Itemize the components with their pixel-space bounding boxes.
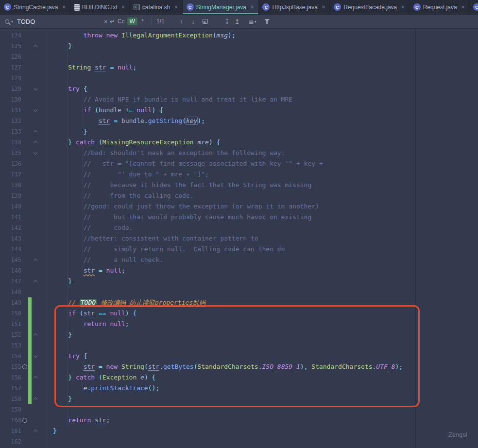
tab-close-icon[interactable]: ✕ — [62, 4, 66, 10]
code-line[interactable]: 124 throw new IllegalArgumentException(m… — [0, 30, 478, 41]
tab-HttpJspBase.java[interactable]: CHttpJspBase.java✕ — [258, 0, 330, 14]
code-line[interactable]: 157 e.printStackTrace(); — [0, 383, 478, 394]
line-number[interactable]: 140 — [0, 201, 21, 212]
line-number[interactable]: 133 — [0, 126, 21, 137]
fold-up-icon[interactable] — [32, 376, 39, 379]
line-number[interactable]: 150 — [0, 308, 21, 319]
code-line[interactable]: 132 str = bundle.getString(key); — [0, 116, 478, 126]
tab-close-icon[interactable]: ✕ — [401, 4, 405, 10]
open-in-find-window-icon[interactable] — [203, 19, 208, 24]
code-line[interactable]: 156 } catch (Exception e) { — [0, 372, 478, 383]
code-line[interactable]: 147 } — [0, 276, 478, 287]
fold-down-icon[interactable] — [32, 354, 39, 358]
fold-up-icon[interactable] — [32, 397, 39, 401]
search-field[interactable]: ▾ TODO ✕ — [4, 18, 110, 25]
line-number[interactable]: 137 — [0, 169, 21, 180]
line-number[interactable]: 146 — [0, 265, 21, 276]
line-number[interactable]: 154 — [0, 351, 21, 362]
fold-down-icon[interactable] — [32, 151, 39, 155]
code-line[interactable]: 158 } — [0, 394, 478, 404]
code-line[interactable]: 135 //bad: shouldn't mask an exception t… — [0, 148, 478, 158]
code-line[interactable]: 154 try { — [0, 351, 478, 362]
add-occurrence-icon[interactable]: ↧ — [224, 18, 230, 25]
code-line[interactable]: 136 // str = "[cannot find message assoc… — [0, 158, 478, 169]
line-number[interactable]: 148 — [0, 287, 21, 297]
code-line[interactable]: 144 // simply return null. Calling code … — [0, 244, 478, 255]
match-case-toggle[interactable]: Cc — [115, 17, 127, 25]
code-line[interactable]: 140 //good: could just throw the excepti… — [0, 201, 478, 212]
tab-close-icon[interactable]: ✕ — [121, 4, 125, 10]
line-number[interactable]: 149 — [0, 297, 21, 308]
line-number[interactable]: 142 — [0, 223, 21, 233]
fold-up-icon[interactable] — [32, 333, 39, 337]
line-number[interactable]: 127 — [0, 62, 21, 73]
code-line[interactable]: 152 } — [0, 329, 478, 340]
code-line[interactable]: 146 str = null; — [0, 265, 478, 276]
fold-down-icon[interactable] — [32, 87, 39, 91]
line-number[interactable]: 134 — [0, 137, 21, 148]
vcs-added-marker[interactable] — [28, 362, 32, 372]
tab-RequestFacade.java[interactable]: CRequestFacade.java✕ — [330, 0, 409, 14]
line-number[interactable]: 162 — [0, 436, 21, 447]
code-line[interactable]: 128 — [0, 73, 478, 84]
search-input[interactable]: TODO — [17, 18, 102, 25]
line-number[interactable]: 158 — [0, 394, 21, 404]
tab-close-icon[interactable]: ✕ — [174, 4, 178, 10]
line-number[interactable]: 126 — [0, 52, 21, 62]
fold-up-icon[interactable] — [32, 140, 39, 144]
fold-up-icon[interactable] — [32, 279, 39, 283]
line-number[interactable]: 129 — [0, 84, 21, 94]
code-line[interactable]: 151 return null; — [0, 319, 478, 329]
prev-match-button[interactable]: ↑ — [180, 18, 183, 25]
tab-Mess[interactable]: CMess✕ — [469, 0, 478, 14]
code-line[interactable]: 161} — [0, 426, 478, 436]
code-line[interactable]: 153 — [0, 340, 478, 351]
vcs-added-marker[interactable] — [28, 351, 32, 362]
line-number[interactable]: 128 — [0, 73, 21, 84]
vcs-added-marker[interactable] — [28, 297, 32, 308]
line-number[interactable]: 161 — [0, 426, 21, 436]
line-number[interactable]: 132 — [0, 116, 21, 126]
tab-close-icon[interactable]: ✕ — [461, 4, 465, 10]
tab-close-icon[interactable]: ✕ — [322, 4, 325, 10]
code-line[interactable]: 130 // Avoid NPE if bundle is null and t… — [0, 94, 478, 105]
line-number[interactable]: 159 — [0, 404, 21, 415]
tab-StringManager.java[interactable]: CStringManager.java✕ — [183, 0, 259, 14]
line-number[interactable]: 139 — [0, 190, 21, 201]
code-line[interactable]: 142 // code. — [0, 223, 478, 233]
regex-toggle[interactable]: .* — [137, 17, 146, 25]
vcs-added-marker[interactable] — [28, 329, 32, 340]
code-line[interactable]: 145 // a null check. — [0, 255, 478, 265]
code-line[interactable]: 127 String str = null; — [0, 62, 478, 73]
fold-up-icon[interactable] — [32, 429, 39, 433]
line-number[interactable]: 153 — [0, 340, 21, 351]
tab-catalina.sh[interactable]: >_catalina.sh✕ — [130, 0, 183, 14]
code-line[interactable]: 159 — [0, 404, 478, 415]
code-line[interactable]: 162 — [0, 436, 478, 447]
tab-close-icon[interactable]: ✕ — [250, 4, 254, 10]
line-number[interactable]: 135 — [0, 148, 21, 158]
code-line[interactable]: 155 str = new String(str.getBytes(Standa… — [0, 362, 478, 372]
tab-StringCache.java[interactable]: CStringCache.java✕ — [0, 0, 70, 14]
tab-BUILDING.txt[interactable]: BUILDING.txt✕ — [70, 0, 130, 14]
tab-Request.java[interactable]: CRequest.java✕ — [410, 0, 469, 14]
code-line[interactable]: 141 // but that would probably cause muc… — [0, 212, 478, 223]
line-number[interactable]: 145 — [0, 255, 21, 265]
line-number[interactable]: 143 — [0, 233, 21, 244]
line-number[interactable]: 156 — [0, 372, 21, 383]
vcs-added-marker[interactable] — [28, 394, 32, 404]
code-line[interactable]: 133 } — [0, 126, 478, 137]
fold-up-icon[interactable] — [32, 258, 39, 262]
vcs-added-marker[interactable] — [28, 383, 32, 394]
line-number[interactable]: 138 — [0, 180, 21, 190]
remove-occurrence-icon[interactable]: ↥ — [235, 18, 240, 25]
fold-up-icon[interactable] — [32, 44, 39, 48]
code-line[interactable]: 150 if (str == null) { — [0, 308, 478, 319]
filter-icon[interactable] — [264, 19, 270, 24]
fold-down-icon[interactable] — [32, 108, 39, 112]
vcs-added-marker[interactable] — [28, 340, 32, 351]
line-number[interactable]: 141 — [0, 212, 21, 223]
line-number[interactable]: 152 — [0, 329, 21, 340]
vcs-added-marker[interactable] — [28, 308, 32, 319]
clear-search-icon[interactable]: ✕ — [104, 19, 108, 24]
